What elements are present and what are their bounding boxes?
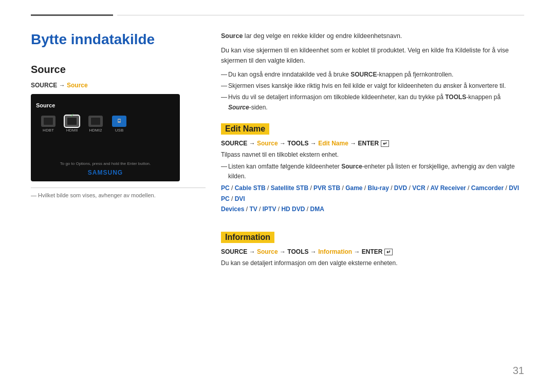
tv-icon-inner-hdmii (67, 118, 77, 125)
tv-samsung-logo: SAMSUNG (88, 169, 123, 176)
info-information-link: Information (318, 248, 352, 255)
top-decorative-lines (31, 14, 524, 16)
tv-source-label: Source (36, 102, 55, 108)
tv-source-bar: Source (36, 99, 175, 111)
intro-bold-source: Source (221, 32, 243, 40)
page-number: 31 (513, 365, 524, 377)
device-pc: PC (221, 184, 230, 192)
edit-name-heading: Edit Name (221, 123, 269, 135)
tv-icon-label-hdmi2: HDMI2 (89, 128, 102, 133)
svg-rect-1 (118, 120, 120, 121)
intro-bold-suffix: lar deg velge en rekke kilder og endre k… (243, 32, 402, 40)
right-column: Source lar deg velge en rekke kilder og … (221, 31, 524, 271)
tv-bottom-text: To go to Options, press and hold the Ent… (31, 161, 180, 166)
intro-paragraph-2: Du kan vise skjermen til en kildeenhet s… (221, 45, 524, 66)
device-hd-dvd: HD DVD (281, 206, 305, 213)
information-section: Information SOURCE → Source → TOOLS → In… (221, 222, 524, 268)
device-game: Game (345, 184, 362, 192)
enter-icon-info: ↵ (384, 249, 393, 255)
device-vcr: VCR (412, 184, 425, 192)
tv-icon-hdbt: HDBT (41, 116, 55, 133)
page-title: Bytte inndatakilde (31, 31, 206, 48)
source-nav-bold: SOURCE (31, 82, 57, 89)
tv-icons-row: HDBT ✓ HDMII HDMI2 (41, 116, 126, 133)
source-nav-path: SOURCE → Source (31, 82, 206, 89)
tv-icon-hdmii: ✓ HDMII (65, 116, 79, 133)
tv-icon-box-usb (112, 116, 126, 127)
tv-icon-label-usb: USB (115, 128, 123, 133)
page-container: Bytte inndatakilde Source SOURCE → Sourc… (0, 0, 555, 392)
device-dvd: DVD (394, 184, 407, 192)
device-dvi: DVI (235, 195, 245, 202)
left-column: Bytte inndatakilde Source SOURCE → Sourc… (31, 31, 206, 198)
tv-icon-box-hdbt (41, 116, 55, 127)
edit-name-source-link: Source (257, 140, 278, 147)
bullet-item-3: Hvis du vil se detaljert informasjon om … (221, 92, 524, 112)
source-nav-link: Source (67, 82, 88, 89)
information-nav-path: SOURCE → Source → TOOLS → Information → … (221, 248, 524, 255)
bullet-item-2: Skjermen vises kanskje ikke riktig hvis … (221, 81, 524, 91)
edit-name-description: Tilpass navnet til en tilkoblet ekstern … (221, 150, 524, 160)
device-devices: Devices (221, 206, 244, 213)
bullet-item-1: Du kan også endre inndatakilde ved å bru… (221, 70, 524, 80)
device-satellite-stb: Satellite STB (271, 184, 308, 192)
edit-name-nav-path: SOURCE → Source → TOOLS → Edit Name → EN… (221, 140, 524, 147)
tv-checkmark: ✓ (70, 113, 74, 118)
tv-icon-usb: USB (112, 116, 126, 133)
information-description: Du kan se detaljert informasjon om den v… (221, 258, 524, 268)
section-heading-source: Source (31, 64, 206, 76)
usb-icon (116, 118, 123, 125)
footnote-text: Hvilket bilde som vises, avhenger av mod… (31, 192, 206, 198)
line-light (117, 15, 524, 15)
device-blu-ray: Blu-ray (368, 184, 389, 192)
separator-line (31, 188, 206, 188)
info-source-link: Source (257, 248, 278, 255)
tv-screen-mockup: Source HDBT ✓ HDMII (31, 94, 180, 181)
tv-icon-label-hdmii: HDMII (66, 128, 78, 133)
line-dark (31, 14, 113, 16)
edit-name-note: Listen kan omfatte følgende kildeenheter… (221, 162, 524, 181)
device-pvr-stb: PVR STB (313, 184, 340, 192)
tv-icon-box-hdmii: ✓ (65, 116, 79, 127)
devices-list: PC / Cable STB / Satellite STB / PVR STB… (221, 183, 524, 214)
intro-paragraph-1: Source lar deg velge en rekke kilder og … (221, 31, 524, 41)
information-heading: Information (221, 232, 274, 243)
device-dma: DMA (310, 206, 324, 213)
tv-icon-inner-hdmi2 (91, 118, 100, 125)
edit-name-section: Edit Name SOURCE → Source → TOOLS → Edit… (221, 114, 524, 215)
edit-name-link: Edit Name (318, 140, 348, 147)
device-tv: TV (249, 206, 257, 213)
tv-icon-inner-hdbt (44, 118, 53, 125)
tv-icon-hdmi2: HDMI2 (88, 116, 103, 133)
enter-icon-edit: ↵ (381, 140, 389, 147)
tv-icon-box-hdmi2 (88, 116, 103, 127)
device-cable-stb: Cable STB (235, 184, 266, 192)
tv-icon-label-hdbt: HDBT (43, 128, 54, 133)
device-iptv: IPTV (263, 206, 276, 213)
device-camcorder: Camcorder (471, 184, 504, 192)
device-av-receiver: AV Receiver (431, 184, 466, 192)
